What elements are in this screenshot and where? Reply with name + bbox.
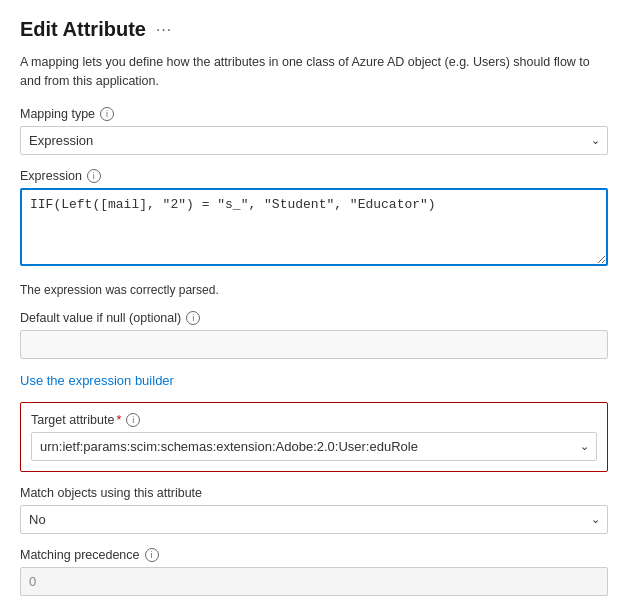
target-attribute-info-icon[interactable]: i <box>126 413 140 427</box>
mapping-type-field: Mapping type i Expression Direct Constan… <box>20 107 608 155</box>
expression-info-icon[interactable]: i <box>87 169 101 183</box>
more-options-icon[interactable]: ··· <box>156 21 172 39</box>
parsed-message: The expression was correctly parsed. <box>20 283 608 297</box>
default-value-field: Default value if null (optional) i <box>20 311 608 359</box>
mapping-type-select[interactable]: Expression Direct Constant <box>20 126 608 155</box>
match-objects-field: Match objects using this attribute No Ye… <box>20 486 608 534</box>
mapping-type-label: Mapping type i <box>20 107 608 121</box>
mapping-type-info-icon[interactable]: i <box>100 107 114 121</box>
default-value-input[interactable] <box>20 330 608 359</box>
expression-field: Expression i IIF(Left([mail], "2") = "s_… <box>20 169 608 269</box>
matching-precedence-field: Matching precedence i <box>20 548 608 596</box>
target-attribute-box: Target attribute * i urn:ietf:params:sci… <box>20 402 608 472</box>
target-attribute-select[interactable]: urn:ietf:params:scim:schemas:extension:A… <box>31 432 597 461</box>
panel-header: Edit Attribute ··· <box>20 18 608 41</box>
default-value-label: Default value if null (optional) i <box>20 311 608 325</box>
required-indicator: * <box>116 413 121 427</box>
expression-textarea[interactable]: IIF(Left([mail], "2") = "s_", "Student",… <box>20 188 608 266</box>
matching-precedence-label: Matching precedence i <box>20 548 608 562</box>
matching-precedence-input[interactable] <box>20 567 608 596</box>
match-objects-select-wrapper: No Yes ⌄ <box>20 505 608 534</box>
match-objects-select[interactable]: No Yes <box>20 505 608 534</box>
target-attribute-label: Target attribute * i <box>31 413 597 427</box>
default-value-info-icon[interactable]: i <box>186 311 200 325</box>
description-text: A mapping lets you define how the attrib… <box>20 53 608 91</box>
expression-label: Expression i <box>20 169 608 183</box>
target-attribute-field: Target attribute * i urn:ietf:params:sci… <box>31 413 597 461</box>
expression-builder-link[interactable]: Use the expression builder <box>20 373 608 388</box>
target-attribute-select-wrapper: urn:ietf:params:scim:schemas:extension:A… <box>31 432 597 461</box>
mapping-type-select-wrapper: Expression Direct Constant ⌄ <box>20 126 608 155</box>
page-title: Edit Attribute <box>20 18 146 41</box>
match-objects-label: Match objects using this attribute <box>20 486 608 500</box>
edit-attribute-panel: Edit Attribute ··· A mapping lets you de… <box>0 0 628 608</box>
matching-precedence-info-icon[interactable]: i <box>145 548 159 562</box>
